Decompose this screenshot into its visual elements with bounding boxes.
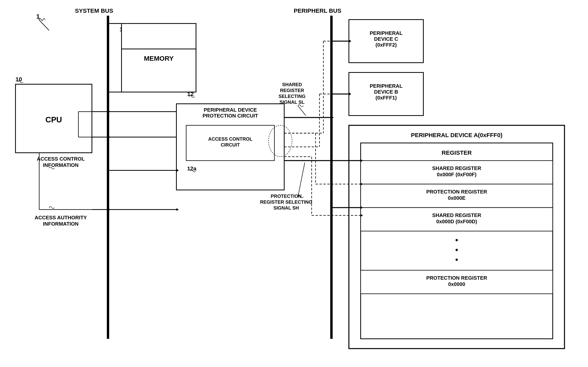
svg-text:1: 1 <box>36 13 40 20</box>
protection-reg-signal-label2: REGISTER SELECTING <box>260 199 312 205</box>
svg-rect-41 <box>361 184 553 208</box>
protection-reg-signal-label3: SIGNAL SH <box>273 205 299 210</box>
pdpc-title-label2: PROTECTION CIRCUIT <box>203 113 258 119</box>
shared-reg-signal-label: SHARED <box>282 82 302 87</box>
svg-marker-6 <box>108 110 110 113</box>
shared-reg-1-label: SHARED REGISTER <box>432 165 481 171</box>
svg-rect-17 <box>176 104 284 190</box>
svg-rect-43 <box>361 270 553 294</box>
svg-marker-51 <box>361 183 363 185</box>
memory-label: MEMORY <box>144 55 174 62</box>
svg-marker-10 <box>176 110 179 113</box>
shared-reg-signal-label2: REGISTER <box>280 88 304 93</box>
acc-circuit-label2: CIRCUIT <box>221 142 240 148</box>
system-bus-label: SYSTEM BUS <box>75 8 113 14</box>
svg-point-56 <box>269 125 292 157</box>
access-authority-info-label2: INFORMATION <box>43 221 79 227</box>
peripheral-a-title-label: PERIPHERAL DEVICE A(0xFFF0) <box>411 132 503 138</box>
shared-reg-1-label2: 0x000F (0xF00F) <box>437 172 477 177</box>
peripheral-bus-label: PERIPHERL BUS <box>294 8 341 14</box>
svg-marker-66 <box>108 208 110 211</box>
protection-reg-2-label2: 0x0000 <box>448 281 465 287</box>
svg-marker-34 <box>349 40 351 43</box>
protection-reg-signal-label: PROTECTION <box>271 193 301 199</box>
access-control-info-label2: INFORMATION <box>43 162 79 168</box>
svg-marker-22 <box>332 159 334 162</box>
svg-marker-58 <box>108 208 110 211</box>
svg-marker-20 <box>332 116 334 119</box>
svg-rect-38 <box>349 125 564 349</box>
cpu-ref-label: 10 <box>16 76 22 83</box>
svg-marker-12 <box>176 135 179 139</box>
protection-reg-2-label: PROTECTION REGISTER <box>426 275 487 281</box>
svg-rect-3 <box>330 16 332 339</box>
access-authority-info-label: ACCESS AUTHORITY <box>35 215 87 220</box>
svg-line-24 <box>298 163 305 197</box>
dots-label2: • <box>455 246 458 254</box>
acc-circuit-label: ACCESS CONTROL <box>208 136 252 142</box>
pdpc-sub-ref-label: 12a <box>187 166 196 172</box>
peripheral-b-label: PERIPHERAL <box>370 83 403 89</box>
svg-rect-26 <box>349 73 423 116</box>
svg-rect-25 <box>349 20 423 63</box>
svg-rect-13 <box>121 24 196 92</box>
protection-reg-1-label2: 0x000E <box>448 195 466 201</box>
svg-marker-30 <box>349 92 351 96</box>
pdpc-title-label: PERIPHERAL DEVICE <box>204 107 257 113</box>
svg-marker-55 <box>361 214 363 217</box>
dots-label: • <box>455 236 458 244</box>
svg-marker-28 <box>349 40 351 43</box>
peripheral-b-label3: (0xFFF1) <box>375 95 397 101</box>
cpu-label: CPU <box>45 115 62 124</box>
peripheral-b-label2: DEVICE B <box>374 89 398 95</box>
memory-ref-label: 11 <box>119 26 126 33</box>
shared-reg-signal-label3: SELECTING <box>279 94 305 99</box>
svg-rect-18 <box>186 125 274 161</box>
svg-marker-47 <box>361 206 363 209</box>
svg-marker-45 <box>361 159 363 162</box>
svg-rect-4 <box>16 84 92 153</box>
svg-marker-60 <box>176 169 179 172</box>
peripheral-c-label: PERIPHERAL <box>370 30 403 36</box>
register-title-label: REGISTER <box>442 150 472 156</box>
peripheral-c-label3: (0xFFF2) <box>375 42 397 48</box>
peripheral-c-label2: DEVICE C <box>374 36 398 42</box>
svg-rect-39 <box>361 143 553 339</box>
svg-rect-2 <box>107 16 109 339</box>
shared-reg-2-label2: 0x000D (0xF00D) <box>436 218 477 225</box>
dots-label3: • <box>455 255 458 264</box>
svg-rect-40 <box>361 161 553 184</box>
svg-marker-68 <box>176 208 179 211</box>
svg-marker-8 <box>108 135 110 139</box>
shared-reg-2-label: SHARED REGISTER <box>432 212 481 218</box>
pdpc-ref-label: 12 <box>187 91 194 97</box>
svg-line-23 <box>298 106 306 116</box>
access-control-info-label: ACCESS CONTROL <box>37 156 85 162</box>
svg-rect-42 <box>361 208 553 231</box>
protection-reg-1-label: PROTECTION REGISTER <box>426 189 487 195</box>
shared-reg-signal-label4: SIGNAL SL <box>280 100 305 105</box>
svg-line-1 <box>39 20 49 30</box>
